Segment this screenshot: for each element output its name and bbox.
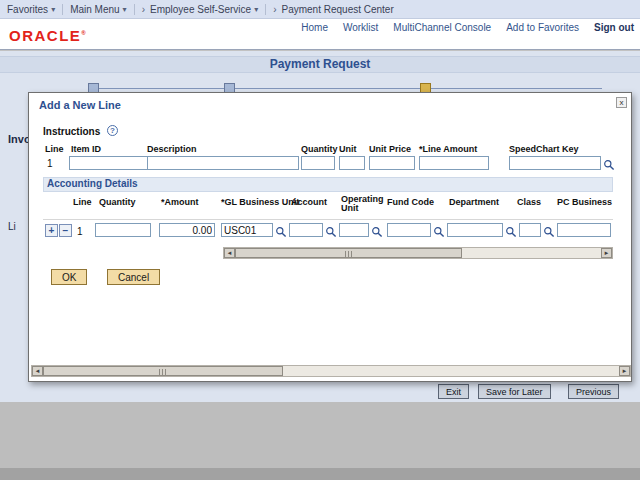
link-multichannel-console[interactable]: MultiChannel Console [393,22,491,33]
gl-business-unit-input[interactable] [221,223,273,237]
grid-amount-input[interactable] [159,223,215,237]
breadcrumb: Favorites ▾ Main Menu ▾ › Employee Self-… [0,0,640,19]
add-row-button[interactable]: + [45,224,58,237]
quantity-input[interactable] [301,156,335,170]
speedchart-lookup-icon[interactable] [603,157,615,169]
thumb-grip [345,251,353,257]
speedchart-key-input[interactable] [509,156,601,170]
col-label-description: Description [147,144,197,154]
account-input[interactable] [289,223,323,237]
help-icon[interactable]: ? [107,125,118,136]
grid-col-gl-business-unit: *GL Business Unit [221,197,299,207]
scroll-right-icon[interactable]: ► [619,366,630,376]
col-label-item-id: Item ID [71,144,101,154]
separator [134,4,135,15]
unit-price-input[interactable] [369,156,415,170]
grid-col-quantity: Quantity [99,197,136,207]
col-label-line: Line [45,144,64,154]
caret-down-icon: ▾ [123,5,127,14]
grid-col-account: Account [291,197,327,207]
caret-down-icon: ▾ [254,5,258,14]
breadcrumb-favorites[interactable]: Favorites ▾ [7,4,55,15]
page-title: Payment Request [0,56,640,73]
gl-business-unit-lookup-icon[interactable] [275,224,287,236]
breadcrumb-label: Favorites [7,4,48,15]
grid-row-line-number: 1 [77,226,83,237]
bottom-strip [0,468,640,480]
item-id-input[interactable] [69,156,155,170]
scrollbar-thumb[interactable] [43,366,283,376]
oracle-logo: ORACLE® [9,27,87,44]
separator [265,4,266,15]
grid-col-department: Department [449,197,499,207]
col-label-unit-price: Unit Price [369,144,411,154]
breadcrumb-label: Main Menu [70,4,119,15]
col-label-speedchart-key: SpeedChart Key [509,144,579,154]
scroll-right-icon[interactable]: ► [601,248,612,258]
exit-button[interactable]: Exit [438,384,469,399]
unit-input[interactable] [339,156,365,170]
background-partial-text: Li [8,221,28,232]
department-lookup-icon[interactable] [505,224,517,236]
separator [62,4,63,15]
col-label-unit: Unit [339,144,357,154]
line-amount-input[interactable] [419,156,489,170]
dialog-h-scrollbar[interactable]: ◄ ► [31,365,631,377]
breadcrumb-payment-request-center[interactable]: Payment Request Center [281,4,393,15]
link-worklist[interactable]: Worklist [343,22,378,33]
operating-unit-input[interactable] [339,223,369,237]
breadcrumb-label: Payment Request Center [281,4,393,15]
grid-h-scrollbar[interactable]: ◄ ► [223,247,613,259]
ok-button[interactable]: OK [51,269,87,285]
grid-col-amount: *Amount [161,197,199,207]
scroll-left-icon[interactable]: ◄ [32,366,43,376]
department-input[interactable] [447,223,503,237]
breadcrumb-label: Employee Self-Service [150,4,251,15]
add-line-dialog: Add a New Line x Instructions ? Line Ite… [28,92,632,382]
class-input[interactable] [519,223,541,237]
line-number: 1 [47,158,53,169]
grid-col-pc-business-unit: PC Business Unit [557,197,613,207]
pc-business-unit-input[interactable] [557,223,611,237]
grid-col-fund-code: Fund Code [387,197,434,207]
dialog-title: Add a New Line [39,99,121,111]
instructions-label: Instructions [43,126,100,137]
fund-code-input[interactable] [387,223,431,237]
col-label-line-amount: *Line Amount [419,144,477,154]
scroll-left-icon[interactable]: ◄ [224,248,235,258]
account-lookup-icon[interactable] [325,224,337,236]
registered-mark: ® [81,30,87,36]
grid-col-line: Line [73,197,92,207]
grid-col-operating-unit: Operating Unit [341,195,381,213]
link-add-to-favorites[interactable]: Add to Favorites [506,22,579,33]
scrollbar-thumb[interactable] [235,248,462,258]
app-header: ORACLE® Home Worklist MultiChannel Conso… [0,19,640,50]
save-for-later-button[interactable]: Save for Later [478,384,551,399]
close-icon[interactable]: x [616,97,627,108]
cancel-button[interactable]: Cancel [107,269,160,285]
thumb-grip [159,369,167,375]
wizard-progress-line [94,88,602,89]
description-input[interactable] [147,156,299,170]
link-sign-out[interactable]: Sign out [594,22,634,33]
grid-col-class: Class [517,197,541,207]
grid-header-divider [43,219,613,220]
operating-unit-lookup-icon[interactable] [371,224,383,236]
class-lookup-icon[interactable] [543,224,555,236]
header-links: Home Worklist MultiChannel Console Add t… [301,22,634,33]
caret-down-icon: ▾ [51,5,55,14]
chevron-right-icon: › [273,4,276,15]
link-home[interactable]: Home [301,22,328,33]
delete-row-button[interactable]: − [59,224,72,237]
accounting-details-header: Accounting Details [43,177,613,192]
previous-button[interactable]: Previous [568,384,619,399]
chevron-right-icon: › [142,4,145,15]
breadcrumb-main-menu[interactable]: Main Menu ▾ [70,4,126,15]
grid-quantity-input[interactable] [95,223,151,237]
fund-code-lookup-icon[interactable] [433,224,445,236]
col-label-quantity: Quantity [301,144,338,154]
accounting-grid: Line Quantity *Amount *GL Business Unit … [43,195,613,245]
breadcrumb-employee-self-service[interactable]: Employee Self-Service ▾ [150,4,258,15]
